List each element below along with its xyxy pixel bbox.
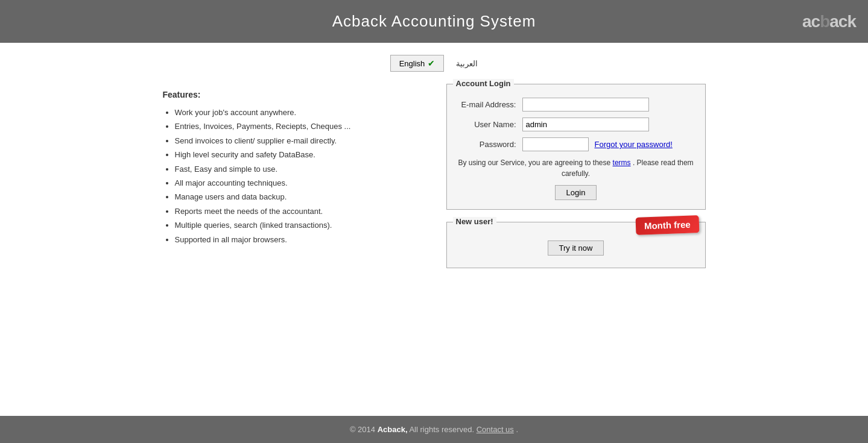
try-it-now-button[interactable]: Try it now	[548, 240, 604, 256]
footer-period: .	[516, 425, 518, 434]
list-item: High level security and safety DataBase.	[175, 148, 422, 162]
english-checkmark: ✔	[428, 58, 435, 68]
password-input[interactable]	[522, 137, 589, 151]
features-title: Features:	[163, 90, 422, 99]
email-label: E-mail Address:	[456, 100, 522, 109]
english-language-button[interactable]: English ✔	[390, 55, 445, 72]
list-item: Entries, Invoices, Payments, Reciepts, C…	[175, 119, 422, 133]
account-login-box: Account Login E-mail Address: User Name:…	[446, 84, 706, 210]
list-item: Send invoices to client/ supplier e-mail…	[175, 134, 422, 148]
header: Acback Accounting System acback	[0, 0, 868, 43]
list-item: Fast, Easy and simple to use.	[175, 162, 422, 176]
right-section: Account Login E-mail Address: User Name:…	[446, 84, 706, 268]
login-btn-row: Login	[456, 185, 696, 200]
logo-ac: ac	[802, 12, 820, 31]
language-bar: English ✔ العربية	[0, 43, 868, 78]
username-label: User Name:	[456, 120, 522, 129]
logo-b: b	[820, 12, 829, 31]
username-input[interactable]	[522, 118, 649, 131]
logo: acback	[802, 12, 856, 31]
main-content: Features: Work your job's account anywhe…	[0, 78, 868, 416]
logo-ack: ack	[829, 12, 856, 31]
footer-brand: Acback,	[378, 425, 408, 434]
features-list: Work your job's account anywhere. Entrie…	[163, 105, 422, 247]
footer-rights: All rights reserved.	[409, 425, 474, 434]
footer: © 2014 Acback, All rights reserved. Cont…	[0, 416, 868, 443]
english-label: English	[399, 59, 425, 68]
email-row: E-mail Address:	[456, 98, 696, 112]
terms-link[interactable]: terms	[613, 159, 631, 167]
login-button[interactable]: Login	[555, 185, 597, 200]
contact-us-link[interactable]: Contact us	[477, 425, 514, 434]
features-section: Features: Work your job's account anywhe…	[163, 84, 422, 247]
arabic-language-button[interactable]: العربية	[456, 59, 478, 68]
username-row: User Name:	[456, 118, 696, 131]
password-row: Password: Forgot your password!	[456, 137, 696, 151]
footer-copy: © 2014	[350, 425, 375, 434]
list-item: Reports meet the needs of the accountant…	[175, 204, 422, 218]
new-user-box: New user! Month free Try it now	[446, 222, 706, 268]
new-user-title: New user!	[453, 217, 496, 226]
inner-wrapper: Features: Work your job's account anywhe…	[163, 84, 706, 398]
list-item: All major accounting techniques.	[175, 176, 422, 190]
email-input[interactable]	[522, 98, 649, 112]
account-login-title: Account Login	[453, 79, 514, 88]
try-btn-row: Try it now	[456, 240, 696, 256]
terms-text: By using our Service, you are agreeing t…	[456, 157, 696, 179]
list-item: Work your job's account anywhere.	[175, 105, 422, 119]
forgot-password-link[interactable]: Forgot your password!	[595, 140, 673, 149]
list-item: Supported in all major browsers.	[175, 233, 422, 247]
terms-before: By using our Service, you are agreeing t…	[458, 159, 610, 167]
month-free-badge: Month free	[635, 215, 699, 235]
page-title: Acback Accounting System	[12, 12, 856, 31]
list-item: Manage users and data backup.	[175, 190, 422, 204]
list-item: Multiple queries, search (linked transac…	[175, 218, 422, 232]
password-label: Password:	[456, 140, 522, 149]
